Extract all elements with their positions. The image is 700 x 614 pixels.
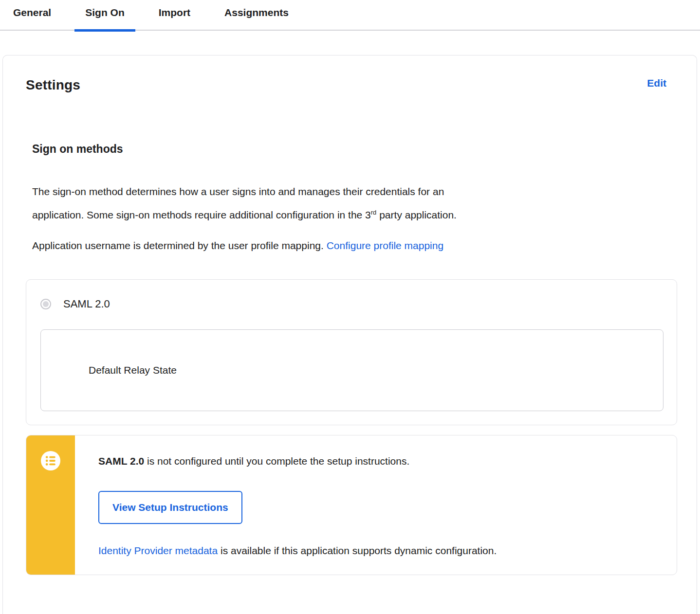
- callout-body: SAML 2.0 is not configured until you com…: [98, 435, 677, 557]
- edit-link[interactable]: Edit: [647, 77, 666, 89]
- identity-provider-metadata-link[interactable]: Identity Provider metadata: [98, 545, 218, 556]
- tab-assignments[interactable]: Assignments: [214, 0, 299, 31]
- app-tab-bar: General Sign On Import Assignments: [0, 0, 700, 31]
- callout-message: SAML 2.0 is not configured until you com…: [98, 455, 677, 468]
- sign-on-methods-section: Sign on methods The sign-on method deter…: [3, 143, 697, 252]
- description-line-1: The sign-on method determines how a user…: [32, 180, 633, 203]
- settings-card-header: Settings Edit: [3, 55, 697, 93]
- saml-method-box: SAML 2.0 Default Relay State: [26, 279, 677, 425]
- ordinal-superscript: rd: [371, 209, 377, 216]
- sign-on-method-description: The sign-on method determines how a user…: [32, 180, 633, 227]
- settings-title: Settings: [26, 77, 80, 93]
- default-relay-state-label: Default Relay State: [89, 364, 177, 376]
- view-setup-instructions-button[interactable]: View Setup Instructions: [98, 491, 242, 524]
- settings-card: Settings Edit Sign on methods The sign-o…: [2, 55, 697, 614]
- description-line-2: application. Some sign-on methods requir…: [32, 203, 633, 227]
- saml-not-configured-callout: SAML 2.0 is not configured until you com…: [26, 435, 677, 575]
- bulleted-list-icon: [41, 451, 60, 470]
- tab-general[interactable]: General: [2, 0, 62, 31]
- sign-on-methods-title: Sign on methods: [32, 143, 677, 156]
- metadata-note: Identity Provider metadata is available …: [98, 544, 677, 557]
- configure-profile-mapping-link[interactable]: Configure profile mapping: [327, 240, 443, 251]
- saml-radio-row: SAML 2.0: [40, 298, 663, 310]
- tab-import[interactable]: Import: [148, 0, 201, 31]
- tab-sign-on[interactable]: Sign On: [74, 0, 135, 31]
- saml-radio-button[interactable]: [40, 299, 51, 309]
- saml-radio-label: SAML 2.0: [63, 298, 110, 310]
- username-mapping-description: Application username is determined by th…: [32, 239, 677, 252]
- default-relay-state-box: Default Relay State: [40, 329, 663, 411]
